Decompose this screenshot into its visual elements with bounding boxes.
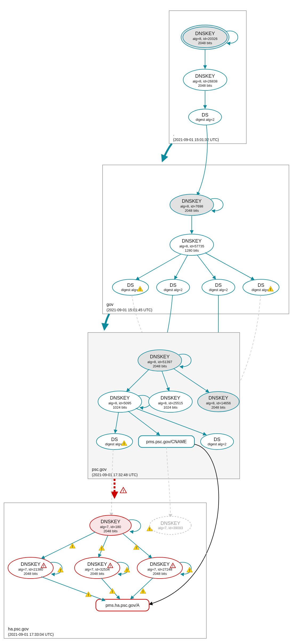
svg-text:digest alg=2: digest alg=2 xyxy=(196,118,214,122)
svg-text:DNSKEY: DNSKEY xyxy=(161,395,180,401)
zone-psc-name: psc.gov xyxy=(92,467,107,472)
node-root-ds: DS digest alg=2 xyxy=(189,109,222,125)
node-psc-ds2: DS digest alg=2 xyxy=(201,434,234,450)
edge-delegation-root-gov xyxy=(162,144,172,161)
node-ha-k3: DNSKEY alg=7, id=27248 2048 bits xyxy=(137,557,182,579)
svg-text:1280 bits: 1280 bits xyxy=(185,248,199,252)
svg-text:2048 bits: 2048 bits xyxy=(153,364,167,368)
svg-text:DS: DS xyxy=(258,282,264,288)
node-ha-ghost: DNSKEY alg=7, id=39093 xyxy=(150,516,191,534)
svg-text:digest alg=2: digest alg=2 xyxy=(208,442,226,446)
node-psc-ksk: DNSKEY alg=8, id=51397 2048 bits xyxy=(138,350,182,371)
zone-gov: gov (2021-09-01 15:01:45 UTC) DNSKEY alg… xyxy=(103,165,289,314)
svg-text:DS: DS xyxy=(127,282,134,288)
node-gov-ds2: DS digest alg=2 xyxy=(157,279,190,295)
svg-text:2048 bits: 2048 bits xyxy=(153,572,167,576)
svg-text:pms.ha.psc.gov/A: pms.ha.psc.gov/A xyxy=(105,603,140,608)
node-psc-cname: pms.psc.gov/CNAME xyxy=(138,436,194,447)
dnssec-graph: ! ! . (2021-09-01 15:01:32 UTC) DNSKEY a… xyxy=(0,0,294,644)
svg-text:2048 bits: 2048 bits xyxy=(198,84,212,88)
svg-text:alg=8, id=26838: alg=8, id=26838 xyxy=(193,79,217,83)
svg-text:DS: DS xyxy=(202,112,208,118)
svg-text:alg=8, id=51397: alg=8, id=51397 xyxy=(147,360,172,364)
svg-text:2048 bits: 2048 bits xyxy=(211,405,226,409)
node-gov-zsk: DNSKEY alg=8, id=57735 1280 bits xyxy=(170,234,214,255)
svg-text:alg=7, id=32534: alg=7, id=32534 xyxy=(85,567,109,571)
zone-root-name: . xyxy=(173,132,174,136)
svg-text:2048 bits: 2048 bits xyxy=(90,572,104,576)
zone-gov-name: gov xyxy=(107,302,113,307)
svg-text:1024 bits: 1024 bits xyxy=(113,405,127,409)
node-gov-ds4: DS digest alg=1 xyxy=(243,279,279,295)
node-root-zsk: DNSKEY alg=8, id=26838 2048 bits xyxy=(183,69,227,90)
zone-root: . (2021-09-01 15:01:32 UTC) DNSKEY alg=8… xyxy=(169,11,246,144)
warning-icon xyxy=(133,545,139,550)
zone-gov-ts: (2021-09-01 15:01:45 UTC) xyxy=(107,308,152,312)
svg-text:2048 bits: 2048 bits xyxy=(185,209,199,213)
node-ha-a: pms.ha.psc.gov/A xyxy=(96,599,149,611)
svg-text:DS: DS xyxy=(215,282,222,288)
warning-icon xyxy=(187,567,193,572)
svg-text:DNSKEY: DNSKEY xyxy=(182,238,202,244)
warning-icon xyxy=(58,567,63,572)
svg-text:alg=8, id=14656: alg=8, id=14656 xyxy=(206,401,231,405)
zone-root-ts: (2021-09-01 15:01:32 UTC) xyxy=(173,138,219,142)
svg-text:pms.psc.gov/CNAME: pms.psc.gov/CNAME xyxy=(146,439,187,444)
svg-text:alg=7, id=39093: alg=7, id=39093 xyxy=(158,526,183,530)
svg-text:1024 bits: 1024 bits xyxy=(164,405,178,409)
zone-ha-ts: (2021-09-01 17:33:04 UTC) xyxy=(8,632,54,637)
warning-icon xyxy=(99,545,105,551)
svg-text:2048 bits: 2048 bits xyxy=(104,529,118,533)
node-ha-k2: DNSKEY alg=7, id=32534 2048 bits xyxy=(75,557,120,579)
node-psc-ds1: DS digest alg=1 xyxy=(96,434,133,450)
svg-text:2048 bits: 2048 bits xyxy=(24,572,38,576)
svg-text:alg=7, id=180: alg=7, id=180 xyxy=(100,525,121,529)
svg-text:DNSKEY: DNSKEY xyxy=(150,562,170,567)
svg-text:DNSKEY: DNSKEY xyxy=(150,354,170,359)
svg-text:DNSKEY: DNSKEY xyxy=(195,31,215,36)
node-gov-ds3: DS digest alg=2 xyxy=(202,279,235,295)
warning-icon xyxy=(85,592,91,597)
svg-text:DNSKEY: DNSKEY xyxy=(209,395,228,401)
svg-text:DNSKEY: DNSKEY xyxy=(101,519,120,524)
svg-text:DNSKEY: DNSKEY xyxy=(161,521,180,526)
node-root-ksk: DNSKEY alg=8, id=20326 2048 bits xyxy=(181,25,229,49)
svg-text:DNSKEY: DNSKEY xyxy=(21,562,40,567)
svg-text:DNSKEY: DNSKEY xyxy=(195,73,215,79)
warning-icon xyxy=(124,567,130,572)
node-psc-k2: DNSKEY alg=8, id=25515 1024 bits xyxy=(149,391,192,412)
node-ha-ksk: DNSKEY alg=7, id=180 2048 bits xyxy=(90,515,131,535)
svg-text:alg=8, id=7698: alg=8, id=7698 xyxy=(180,204,203,208)
svg-text:DS: DS xyxy=(111,437,118,442)
svg-text:DNSKEY: DNSKEY xyxy=(182,198,202,204)
svg-text:digest alg=2: digest alg=2 xyxy=(209,288,228,292)
node-ha-k1: DNSKEY alg=7, id=21380 2048 bits xyxy=(8,557,53,579)
node-gov-ksk: DNSKEY alg=8, id=7698 2048 bits xyxy=(170,194,214,215)
edge-delegation-gov-psc xyxy=(104,314,109,329)
svg-text:alg=7, id=21380: alg=7, id=21380 xyxy=(18,567,43,571)
warning-icon xyxy=(109,588,115,594)
svg-text:DS: DS xyxy=(170,282,176,288)
svg-text:alg=7, id=27248: alg=7, id=27248 xyxy=(147,567,172,571)
error-icon xyxy=(120,487,126,493)
zone-psc-ts: (2021-09-01 17:32:48 UTC) xyxy=(92,473,138,477)
svg-text:alg=8, id=25515: alg=8, id=25515 xyxy=(158,401,183,405)
node-psc-k3: DNSKEY alg=8, id=14656 2048 bits xyxy=(198,392,239,412)
zone-psc: psc.gov (2021-09-01 17:32:48 UTC) DNSKEY… xyxy=(88,333,240,479)
warning-icon xyxy=(70,543,75,549)
svg-text:2048 bits: 2048 bits xyxy=(198,41,212,45)
svg-text:DNSKEY: DNSKEY xyxy=(110,395,130,401)
svg-text:alg=8, id=57735: alg=8, id=57735 xyxy=(179,244,204,248)
svg-text:DNSKEY: DNSKEY xyxy=(87,562,107,567)
svg-text:alg=8, id=20326: alg=8, id=20326 xyxy=(193,37,217,41)
zone-ha-name: ha.psc.gov xyxy=(8,627,28,631)
zone-ha: ha.psc.gov (2021-09-01 17:33:04 UTC) DNS… xyxy=(4,503,206,638)
svg-text:digest alg=2: digest alg=2 xyxy=(164,288,182,292)
node-gov-ds1: DS digest alg=1 xyxy=(112,279,149,295)
svg-text:alg=8, id=5095: alg=8, id=5095 xyxy=(108,401,131,405)
node-psc-k1: DNSKEY alg=8, id=5095 1024 bits xyxy=(98,391,142,412)
svg-text:DS: DS xyxy=(214,437,220,442)
